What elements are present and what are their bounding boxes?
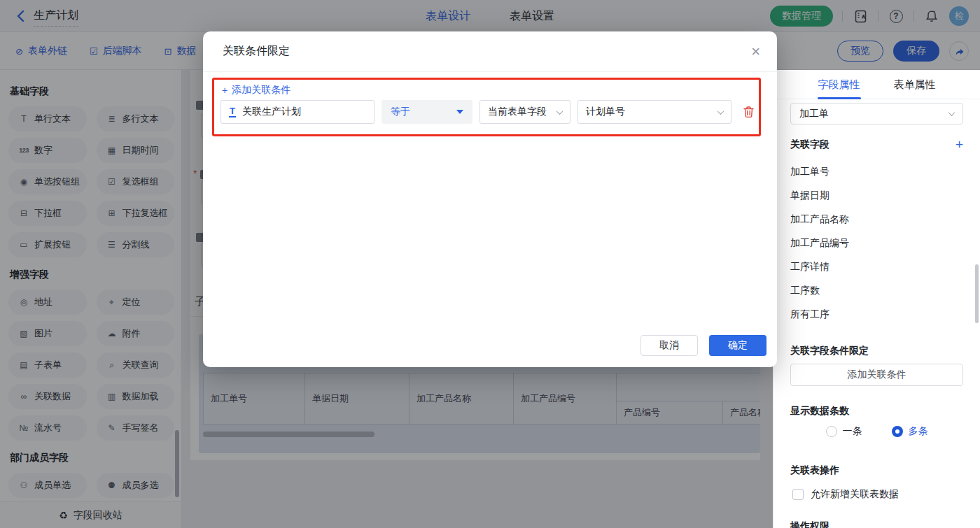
close-icon[interactable]: × [751, 43, 760, 61]
related-field-item: 所有工序 [790, 308, 830, 321]
chevron-down-icon [556, 108, 564, 115]
linked-form-select[interactable]: 加工单 [790, 103, 963, 124]
related-field-item: 工序数 [790, 285, 820, 297]
modal-header: 关联条件限定 [203, 31, 777, 72]
related-field-item: 单据日期 [790, 190, 830, 202]
radio-selected-icon [892, 426, 903, 437]
condition-limit-modal: 关联条件限定 × + 添加关联条件 T 关联生产计划 等于 当前表单字段 计划单… [203, 31, 777, 367]
related-fields-header: 关联字段 + [790, 138, 963, 151]
operator-select[interactable]: 等于 [382, 100, 472, 124]
related-field-item: 加工单号 [790, 166, 830, 178]
modal-title: 关联条件限定 [223, 44, 290, 59]
properties-tabs: 字段属性 表单属性 [774, 70, 980, 99]
active-tab-underline [818, 97, 861, 99]
add-field-plus-icon[interactable]: + [955, 140, 963, 150]
clipped-section-header: 操作权限 [790, 520, 830, 528]
allow-add-linked-data-checkbox[interactable]: 允许新增关联表数据 [792, 488, 899, 501]
app-screen: 生产计划 表单设计 表单设置 数据管理 ? [0, 0, 980, 528]
related-field-item: 加工产品编号 [790, 237, 849, 250]
value-source-select[interactable]: 当前表单字段 [479, 100, 570, 124]
add-condition-button[interactable]: 添加关联条件 [790, 364, 963, 386]
radio-unselected-icon [826, 426, 837, 437]
condition-limit-header: 关联字段条件限定 [790, 345, 963, 357]
tab-form-properties[interactable]: 表单属性 [894, 70, 936, 99]
chevron-down-icon [948, 109, 955, 116]
chevron-down-icon [718, 108, 724, 115]
cancel-button[interactable]: 取消 [640, 335, 698, 356]
display-count-radio-group: 一条 多条 [774, 425, 980, 438]
add-condition-link[interactable]: + 添加关联条件 [222, 84, 290, 97]
modal-footer: 取消 确定 [640, 335, 766, 356]
caret-down-icon [456, 110, 463, 114]
checkbox-unchecked-icon [792, 489, 804, 500]
radio-multi-row[interactable]: 多条 [892, 425, 928, 438]
tab-field-properties[interactable]: 字段属性 [818, 70, 860, 99]
panel-scrollbar-thumb[interactable] [975, 264, 979, 323]
target-field-select[interactable]: 计划单号 [578, 100, 732, 124]
table-ops-header: 关联表操作 [790, 464, 963, 477]
delete-condition-trash-icon[interactable] [743, 106, 755, 118]
related-field-item: 加工产品名称 [790, 213, 849, 226]
condition-row: T 关联生产计划 等于 当前表单字段 计划单号 [220, 100, 755, 124]
confirm-button[interactable]: 确定 [709, 335, 766, 356]
related-field-item: 工序详情 [790, 261, 830, 273]
properties-panel: 字段属性 表单属性 加工单 关联字段 + 加工单号 单据日期 加工产品名称 加工… [773, 70, 980, 528]
display-count-header: 显示数据条数 [790, 405, 963, 418]
radio-single-row[interactable]: 一条 [826, 425, 862, 438]
condition-field-input[interactable]: T 关联生产计划 [220, 100, 374, 124]
text-field-icon: T [229, 106, 236, 117]
plus-icon: + [222, 85, 227, 96]
